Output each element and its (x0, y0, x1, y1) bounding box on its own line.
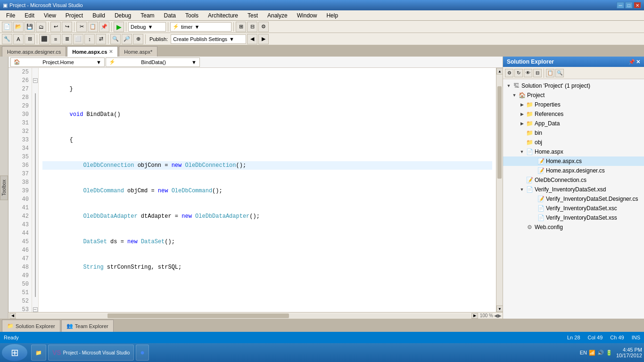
publish-dropdown[interactable]: Create Publish Settings ▼ (171, 34, 246, 44)
tb2-12[interactable]: ⊕ (133, 34, 143, 44)
tb-extra-1[interactable]: ⊞ (236, 22, 246, 32)
code-editor[interactable]: 25 26 27 28 29 30 31 32 33 34 35 36 37 3… (8, 68, 503, 312)
menu-tools[interactable]: Tools (181, 11, 203, 20)
save-button[interactable]: 💾 (25, 22, 35, 32)
menu-data[interactable]: Data (160, 11, 180, 20)
tb2-11[interactable]: 🔎 (122, 34, 132, 44)
debug-mode-dropdown[interactable]: Debug ▼ (128, 22, 166, 32)
tab-aspx-cs[interactable]: Home.aspx.cs ✕ (67, 46, 118, 57)
tb2-6[interactable]: ≣ (62, 34, 72, 44)
menu-file[interactable]: File (2, 11, 19, 20)
start-button[interactable]: ⊞ (2, 344, 27, 361)
scroll-up-button[interactable]: ▲ (496, 68, 503, 74)
se-home-aspx-cs[interactable]: 📝 Home.aspx.cs (503, 156, 644, 166)
se-collapse-button[interactable]: ⊟ (533, 69, 542, 77)
open-button[interactable]: 📂 (13, 22, 24, 32)
vertical-scrollbar[interactable]: ▲ ▼ (496, 68, 503, 312)
se-verify-xsd[interactable]: ▼ 📄 Verify_InventoryDataSet.xsd (503, 185, 644, 194)
se-view-button[interactable]: 📋 (546, 69, 554, 77)
zoom-down[interactable]: ◀ (494, 313, 498, 318)
se-close-button[interactable]: ✕ (636, 59, 640, 65)
tb2-1[interactable]: 🔧 (2, 34, 12, 44)
se-appdata-expand[interactable]: ▶ (518, 120, 526, 127)
se-verify-xsc[interactable]: 📄 Verify_InventoryDataSet.xsc (503, 204, 644, 213)
se-bin[interactable]: ▶ 📁 bin (503, 128, 644, 138)
toolbox-tab[interactable]: Toolbox (0, 175, 8, 200)
method-dropdown[interactable]: ⚡ BindData() ▼ (106, 58, 200, 67)
undo-button[interactable]: ↩ (50, 22, 61, 32)
expand-53[interactable]: ─ (33, 307, 38, 312)
menu-view[interactable]: View (40, 11, 60, 20)
se-verify-xss[interactable]: 📄 Verify_InventoryDataSet.xss (503, 213, 644, 222)
se-project[interactable]: ▼ 🏠 Project (503, 90, 644, 100)
target-dropdown[interactable]: ⚡ timer ▼ (170, 22, 231, 32)
se-solution-expand[interactable]: ▼ (505, 82, 512, 90)
se-show-all-button[interactable]: 👁 (524, 69, 532, 77)
tab-aspx[interactable]: Home.aspx* (119, 46, 157, 57)
tb-extra-2[interactable]: ⊟ (247, 22, 257, 32)
se-properties-expand[interactable]: ▶ (518, 101, 526, 108)
scroll-track-v[interactable] (496, 74, 503, 305)
close-button[interactable]: ✕ (634, 2, 641, 8)
tb2-9[interactable]: ⇄ (96, 34, 106, 44)
se-appdata[interactable]: ▶ 📁 App_Data (503, 119, 644, 128)
code-content[interactable]: } void BindData() { OleDbConnection objC… (39, 68, 496, 312)
scroll-thumb-v[interactable] (497, 86, 502, 179)
menu-team[interactable]: Team (136, 11, 158, 20)
menu-edit[interactable]: Edit (20, 11, 39, 20)
tab-aspx-cs-close[interactable]: ✕ (109, 49, 113, 54)
tb2-pub-1[interactable]: ◀ (247, 34, 257, 44)
tb2-7[interactable]: ⬜ (73, 34, 83, 44)
menu-help[interactable]: Help (322, 11, 342, 20)
save-all-button[interactable]: 🗂 (36, 22, 46, 32)
se-verify-designer[interactable]: 📝 Verify_InventoryDataSet.Designer.cs (503, 194, 644, 204)
start-button[interactable]: ▶ (114, 22, 124, 32)
se-home-aspx[interactable]: ▼ 📄 Home.aspx (503, 147, 644, 156)
se-header-controls[interactable]: 📌 ✕ (628, 59, 640, 65)
se-pin-button[interactable]: 📌 (628, 59, 635, 65)
scroll-thumb-h[interactable] (107, 313, 289, 318)
bottom-tab-solution-explorer[interactable]: 📁 Solution Explorer (2, 320, 60, 332)
se-solution[interactable]: ▼ 🏗 Solution 'Project' (1 project) (503, 81, 644, 90)
tb2-10[interactable]: 🔍 (110, 34, 121, 44)
class-dropdown-arrow[interactable]: ▼ (96, 59, 101, 65)
menu-architecture[interactable]: Architecture (204, 11, 242, 20)
cut-button[interactable]: ✂ (76, 22, 87, 32)
se-home-aspx-designer[interactable]: 📝 Home.aspx.designer.cs (503, 166, 644, 175)
se-verify-xsd-expand[interactable]: ▼ (518, 186, 526, 193)
tb2-4[interactable]: ⬛ (39, 34, 50, 44)
target-arrow[interactable]: ▼ (194, 24, 199, 30)
se-home-aspx-expand[interactable]: ▼ (518, 148, 526, 156)
taskbar-explorer[interactable]: 📁 (31, 345, 46, 361)
scroll-down-button[interactable]: ▼ (496, 305, 503, 312)
tb2-3[interactable]: ⊞ (25, 34, 35, 44)
tb2-8[interactable]: ↕ (84, 34, 95, 44)
menu-analyze[interactable]: Analyze (263, 11, 292, 20)
paste-button[interactable]: 📌 (99, 22, 109, 32)
publish-arrow[interactable]: ▼ (229, 36, 234, 42)
title-controls[interactable]: ─ □ ✕ (617, 2, 641, 8)
tb-extra-3[interactable]: ⚙ (258, 22, 269, 32)
se-webconfig[interactable]: ⚙ Web.config (503, 222, 644, 232)
taskbar-chrome[interactable]: ● (136, 345, 149, 361)
se-oledb[interactable]: 📝 OleDbConnection.cs (503, 175, 644, 185)
minimize-button[interactable]: ─ (617, 2, 624, 8)
se-obj[interactable]: ▶ 📁 obj (503, 138, 644, 147)
copy-button[interactable]: 📋 (88, 22, 98, 32)
redo-button[interactable]: ↪ (62, 22, 72, 32)
tb2-pub-2[interactable]: ▶ (258, 34, 269, 44)
horizontal-scrollbar[interactable]: ◀ ▶ 100 % ◀ ▶ (8, 312, 503, 319)
se-properties[interactable]: ▶ 📁 Properties (503, 100, 644, 109)
tb2-5[interactable]: ≡ (50, 34, 61, 44)
se-filter-button[interactable]: 🔍 (555, 69, 564, 77)
method-dropdown-arrow[interactable]: ▼ (191, 59, 197, 65)
se-properties-button[interactable]: ⚙ (505, 69, 513, 77)
scroll-track-h[interactable] (17, 313, 471, 318)
se-refresh-button[interactable]: ↻ (514, 69, 523, 77)
class-dropdown[interactable]: 🏠 Project.Home ▼ (10, 58, 105, 67)
maximize-button[interactable]: □ (625, 2, 633, 8)
new-project-button[interactable]: 📄 (2, 22, 12, 32)
se-references[interactable]: ▶ 📁 References (503, 109, 644, 119)
tab-designer-cs[interactable]: Home.aspx.designer.cs (2, 46, 66, 57)
bottom-tab-team-explorer[interactable]: 👥 Team Explorer (61, 320, 114, 332)
